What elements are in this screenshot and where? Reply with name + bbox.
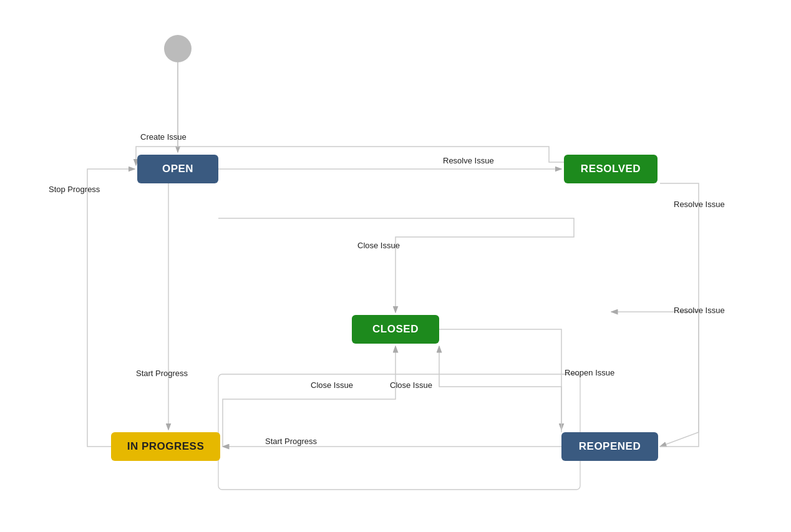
label-close-issue-3: Close Issue [390, 380, 432, 390]
closed-node: CLOSED [352, 315, 439, 344]
resolved-node: RESOLVED [564, 155, 658, 183]
label-create-issue: Create Issue [140, 132, 187, 142]
label-stop-progress: Stop Progress [49, 185, 100, 194]
label-close-issue-1: Close Issue [357, 241, 400, 250]
label-start-progress-1: Start Progress [136, 369, 188, 378]
label-close-issue-2: Close Issue [311, 380, 353, 390]
label-reopen-issue: Reopen Issue [565, 368, 614, 377]
label-resolve-issue-2: Resolve Issue [674, 200, 725, 209]
label-resolve-issue-1: Resolve Issue [443, 156, 494, 165]
svg-rect-5 [218, 374, 580, 490]
label-resolve-issue-3: Resolve Issue [674, 306, 725, 315]
label-start-progress-2: Start Progress [265, 437, 317, 446]
start-node [164, 35, 192, 62]
reopened-node: REOPENED [561, 432, 658, 461]
inprogress-node: IN PROGRESS [111, 432, 220, 461]
open-node: OPEN [137, 155, 218, 183]
state-diagram: OPEN RESOLVED CLOSED IN PROGRESS REOPENE… [0, 0, 791, 532]
